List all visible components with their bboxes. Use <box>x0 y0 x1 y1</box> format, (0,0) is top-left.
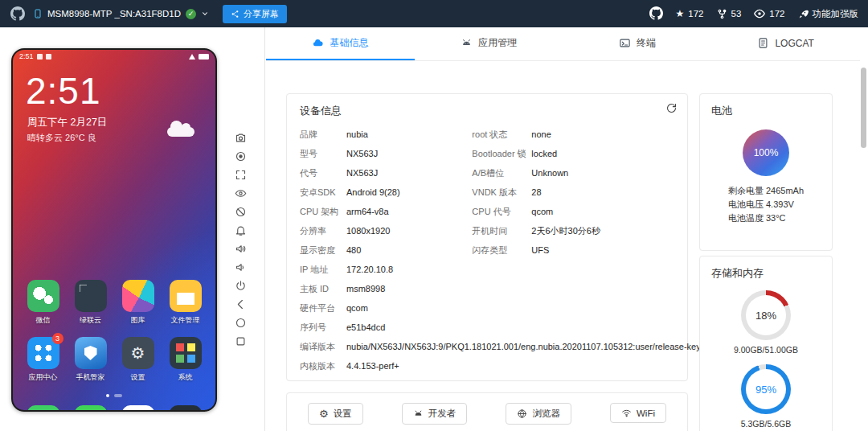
info-label: 开机时间 <box>472 225 531 237</box>
volume-down-button[interactable] <box>231 260 249 274</box>
app-gallery[interactable]: 图库 <box>114 280 162 326</box>
phone-icon <box>33 8 43 19</box>
device-label: MSM8998-MTP _SN:A31F8D1D <box>47 9 181 18</box>
battery-title: 电池 <box>711 104 821 118</box>
fork-count[interactable]: 53 <box>717 9 742 19</box>
battery-temperature: 电池温度 33°C <box>728 211 804 225</box>
quick-action-label: 设置 <box>334 408 352 420</box>
quick-action-label: 浏览器 <box>532 408 560 420</box>
back-button[interactable] <box>231 297 249 311</box>
info-value: 172.20.10.8 <box>346 265 393 274</box>
info-label: 型号 <box>300 148 346 160</box>
info-value: nubia <box>346 129 368 139</box>
storage-label: 9.00GB/51.00GB <box>711 345 821 355</box>
open-browser-button[interactable]: 浏览器 <box>506 403 571 425</box>
developer-icon <box>413 408 424 419</box>
info-row: CPU 代号qcom <box>472 202 674 221</box>
info-row: 品牌nubia <box>300 125 472 144</box>
info-value: 2天6小时30分6秒 <box>531 225 600 237</box>
app-app-center[interactable]: 3 应用中心 <box>19 337 67 383</box>
info-label: IP 地址 <box>300 264 346 276</box>
app-dialer[interactable]: 拨号 <box>19 405 67 412</box>
info-row: 安卓SDKAndroid 9(28) <box>300 183 472 202</box>
gear-icon: ⚙ <box>319 408 329 419</box>
share-screen-button[interactable]: 分享屏幕 <box>223 5 287 23</box>
info-row: IP 地址172.20.10.8 <box>300 260 472 279</box>
device-info-title: 设备信息 <box>300 104 674 118</box>
view-button[interactable] <box>231 186 249 200</box>
info-value: NX563J <box>346 149 378 158</box>
info-row: 分辨率1080x1920 <box>300 221 472 240</box>
status-time: 2:51 <box>19 52 34 60</box>
open-wifi-button[interactable]: WiFi <box>610 403 666 423</box>
github-icon[interactable] <box>649 6 663 22</box>
screenshot-button[interactable] <box>231 130 249 145</box>
dock-grid: 拨号 信息 浏览器 相机 <box>19 405 209 412</box>
chevron-down-icon[interactable] <box>201 10 209 18</box>
pro-version-link[interactable]: 功能加强版 <box>798 8 859 20</box>
watch-count-label: 172 <box>769 9 784 18</box>
refresh-button[interactable] <box>665 102 678 117</box>
power-button[interactable] <box>231 278 249 293</box>
memory-percent: 95% <box>755 384 776 396</box>
quick-actions-card: ⚙ 设置 开发者 浏览器 WiFi <box>286 392 688 431</box>
watch-count[interactable]: 172 <box>754 8 784 19</box>
app-ugreen-cloud[interactable]: 绿联云 <box>67 280 114 326</box>
volume-up-button[interactable] <box>231 241 249 256</box>
info-value: 28 <box>531 187 541 197</box>
notifications-button[interactable] <box>231 223 249 237</box>
tab-app-manager[interactable]: 应用管理 <box>415 27 563 60</box>
device-mirror-panel: 2:51 2:51 周五下午 2月27日 晴转多云 26°C 良 微信 <box>0 27 265 431</box>
notification-icon <box>46 54 51 60</box>
tab-label: LOGCAT <box>775 38 813 49</box>
tab-bar: 基础信息 应用管理 终端 LOGCAT <box>266 27 860 61</box>
info-label: 序列号 <box>300 322 346 334</box>
app-label: 绿联云 <box>80 315 101 326</box>
app-logo-icon[interactable] <box>10 6 26 22</box>
top-bar: MSM8998-MTP _SN:A31F8D1D ✓ 分享屏幕 ★ 172 53 <box>0 0 868 27</box>
share-icon <box>231 10 240 18</box>
open-developer-button[interactable]: 开发者 <box>402 403 468 425</box>
record-button[interactable] <box>231 149 249 163</box>
wechat-app-icon <box>27 280 59 312</box>
scrollbar-thumb[interactable] <box>861 68 866 148</box>
info-value: Android 9(28) <box>346 187 400 197</box>
battery-card: 电池 100% 剩余电量 2465mAh 电池电压 4.393V 电池温度 33… <box>699 93 833 251</box>
page-dot-active <box>106 394 109 397</box>
info-value: none <box>531 129 551 139</box>
app-file-manager[interactable]: 文件管理 <box>162 280 209 326</box>
notification-icon <box>37 54 43 60</box>
app-label: 手机管家 <box>76 372 105 383</box>
info-value: msm8998 <box>346 284 385 293</box>
lockscreen-weather: 晴转多云 26°C 良 <box>27 132 96 144</box>
disable-screen-button[interactable] <box>231 204 249 219</box>
tab-logcat[interactable]: LOGCAT <box>711 27 860 60</box>
app-system[interactable]: 系统 <box>162 337 209 383</box>
tab-terminal[interactable]: 终端 <box>563 27 712 60</box>
app-label: 系统 <box>178 372 193 383</box>
star-count-label: 172 <box>688 9 703 18</box>
info-label: 显示密度 <box>300 244 346 257</box>
phone-screen[interactable]: 2:51 2:51 周五下午 2月27日 晴转多云 26°C 良 微信 <box>11 48 217 412</box>
info-label: 内核版本 <box>300 360 346 372</box>
app-wechat[interactable]: 微信 <box>19 280 67 326</box>
home-button[interactable] <box>231 315 249 330</box>
app-settings[interactable]: 设置 <box>114 337 162 383</box>
online-check-icon: ✓ <box>186 9 196 19</box>
app-phone-guard[interactable]: 手机管家 <box>67 337 114 383</box>
info-value: NX563J <box>346 168 378 178</box>
app-messages[interactable]: 信息 <box>67 405 114 412</box>
app-browser[interactable]: 浏览器 <box>114 405 162 412</box>
app-label: 微信 <box>36 315 51 326</box>
star-count[interactable]: ★ 172 <box>676 8 704 19</box>
info-value: Unknown <box>531 168 568 178</box>
app-camera[interactable]: 相机 <box>162 405 209 412</box>
open-settings-button[interactable]: ⚙ 设置 <box>308 403 363 425</box>
recents-button[interactable] <box>231 334 249 348</box>
globe-icon <box>517 408 527 419</box>
info-value: arm64-v8a <box>346 207 389 216</box>
fullscreen-button[interactable] <box>231 167 249 182</box>
logcat-icon <box>757 37 769 49</box>
tab-basic-info[interactable]: 基础信息 <box>266 27 415 60</box>
device-selector[interactable]: MSM8998-MTP _SN:A31F8D1D ✓ <box>33 8 209 19</box>
